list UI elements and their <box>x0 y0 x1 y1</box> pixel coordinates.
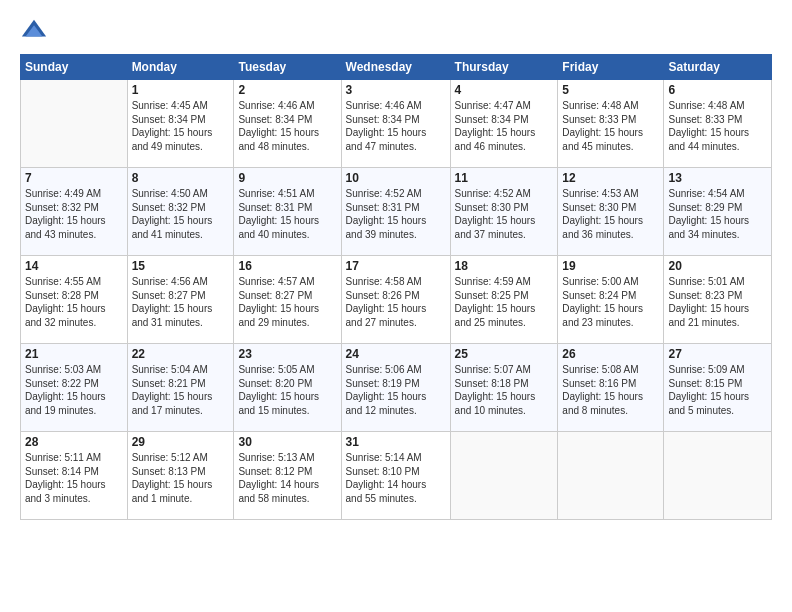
calendar-cell: 17Sunrise: 4:58 AMSunset: 8:26 PMDayligh… <box>341 256 450 344</box>
day-number: 11 <box>455 171 554 185</box>
calendar-cell: 15Sunrise: 4:56 AMSunset: 8:27 PMDayligh… <box>127 256 234 344</box>
day-info: Sunrise: 5:00 AMSunset: 8:24 PMDaylight:… <box>562 275 659 329</box>
day-number: 7 <box>25 171 123 185</box>
day-number: 22 <box>132 347 230 361</box>
calendar-cell: 7Sunrise: 4:49 AMSunset: 8:32 PMDaylight… <box>21 168 128 256</box>
day-info: Sunrise: 5:14 AMSunset: 8:10 PMDaylight:… <box>346 451 446 505</box>
page: SundayMondayTuesdayWednesdayThursdayFrid… <box>0 0 792 612</box>
day-info: Sunrise: 4:45 AMSunset: 8:34 PMDaylight:… <box>132 99 230 153</box>
calendar-cell: 16Sunrise: 4:57 AMSunset: 8:27 PMDayligh… <box>234 256 341 344</box>
day-info: Sunrise: 4:56 AMSunset: 8:27 PMDaylight:… <box>132 275 230 329</box>
day-info: Sunrise: 4:46 AMSunset: 8:34 PMDaylight:… <box>238 99 336 153</box>
day-info: Sunrise: 5:11 AMSunset: 8:14 PMDaylight:… <box>25 451 123 505</box>
calendar-cell: 5Sunrise: 4:48 AMSunset: 8:33 PMDaylight… <box>558 80 664 168</box>
calendar-cell: 26Sunrise: 5:08 AMSunset: 8:16 PMDayligh… <box>558 344 664 432</box>
day-number: 1 <box>132 83 230 97</box>
day-info: Sunrise: 5:13 AMSunset: 8:12 PMDaylight:… <box>238 451 336 505</box>
day-info: Sunrise: 5:05 AMSunset: 8:20 PMDaylight:… <box>238 363 336 417</box>
logo <box>20 16 52 44</box>
calendar-cell: 14Sunrise: 4:55 AMSunset: 8:28 PMDayligh… <box>21 256 128 344</box>
weekday-header-tuesday: Tuesday <box>234 55 341 80</box>
day-info: Sunrise: 4:51 AMSunset: 8:31 PMDaylight:… <box>238 187 336 241</box>
day-number: 29 <box>132 435 230 449</box>
day-number: 13 <box>668 171 767 185</box>
calendar-cell: 21Sunrise: 5:03 AMSunset: 8:22 PMDayligh… <box>21 344 128 432</box>
calendar-cell: 18Sunrise: 4:59 AMSunset: 8:25 PMDayligh… <box>450 256 558 344</box>
week-row-5: 28Sunrise: 5:11 AMSunset: 8:14 PMDayligh… <box>21 432 772 520</box>
day-info: Sunrise: 5:09 AMSunset: 8:15 PMDaylight:… <box>668 363 767 417</box>
day-info: Sunrise: 4:59 AMSunset: 8:25 PMDaylight:… <box>455 275 554 329</box>
day-info: Sunrise: 5:04 AMSunset: 8:21 PMDaylight:… <box>132 363 230 417</box>
day-info: Sunrise: 5:03 AMSunset: 8:22 PMDaylight:… <box>25 363 123 417</box>
day-number: 18 <box>455 259 554 273</box>
logo-icon <box>20 16 48 44</box>
day-info: Sunrise: 4:52 AMSunset: 8:31 PMDaylight:… <box>346 187 446 241</box>
day-info: Sunrise: 4:50 AMSunset: 8:32 PMDaylight:… <box>132 187 230 241</box>
day-number: 31 <box>346 435 446 449</box>
day-info: Sunrise: 5:01 AMSunset: 8:23 PMDaylight:… <box>668 275 767 329</box>
calendar-cell: 6Sunrise: 4:48 AMSunset: 8:33 PMDaylight… <box>664 80 772 168</box>
calendar-cell <box>21 80 128 168</box>
day-number: 14 <box>25 259 123 273</box>
day-number: 16 <box>238 259 336 273</box>
calendar-cell: 2Sunrise: 4:46 AMSunset: 8:34 PMDaylight… <box>234 80 341 168</box>
header <box>20 16 772 44</box>
day-info: Sunrise: 5:08 AMSunset: 8:16 PMDaylight:… <box>562 363 659 417</box>
calendar-cell: 10Sunrise: 4:52 AMSunset: 8:31 PMDayligh… <box>341 168 450 256</box>
day-number: 25 <box>455 347 554 361</box>
calendar-cell: 31Sunrise: 5:14 AMSunset: 8:10 PMDayligh… <box>341 432 450 520</box>
calendar-cell: 4Sunrise: 4:47 AMSunset: 8:34 PMDaylight… <box>450 80 558 168</box>
calendar-cell: 27Sunrise: 5:09 AMSunset: 8:15 PMDayligh… <box>664 344 772 432</box>
day-number: 17 <box>346 259 446 273</box>
day-number: 21 <box>25 347 123 361</box>
calendar-cell: 29Sunrise: 5:12 AMSunset: 8:13 PMDayligh… <box>127 432 234 520</box>
week-row-1: 1Sunrise: 4:45 AMSunset: 8:34 PMDaylight… <box>21 80 772 168</box>
day-number: 2 <box>238 83 336 97</box>
day-info: Sunrise: 4:54 AMSunset: 8:29 PMDaylight:… <box>668 187 767 241</box>
calendar-cell: 24Sunrise: 5:06 AMSunset: 8:19 PMDayligh… <box>341 344 450 432</box>
calendar-cell <box>450 432 558 520</box>
calendar-cell: 9Sunrise: 4:51 AMSunset: 8:31 PMDaylight… <box>234 168 341 256</box>
day-number: 5 <box>562 83 659 97</box>
weekday-header-wednesday: Wednesday <box>341 55 450 80</box>
calendar-cell: 11Sunrise: 4:52 AMSunset: 8:30 PMDayligh… <box>450 168 558 256</box>
day-number: 12 <box>562 171 659 185</box>
calendar-cell <box>664 432 772 520</box>
calendar-cell <box>558 432 664 520</box>
calendar-cell: 1Sunrise: 4:45 AMSunset: 8:34 PMDaylight… <box>127 80 234 168</box>
calendar-cell: 3Sunrise: 4:46 AMSunset: 8:34 PMDaylight… <box>341 80 450 168</box>
weekday-header-saturday: Saturday <box>664 55 772 80</box>
calendar-cell: 13Sunrise: 4:54 AMSunset: 8:29 PMDayligh… <box>664 168 772 256</box>
day-number: 19 <box>562 259 659 273</box>
day-number: 10 <box>346 171 446 185</box>
day-info: Sunrise: 4:47 AMSunset: 8:34 PMDaylight:… <box>455 99 554 153</box>
day-info: Sunrise: 4:55 AMSunset: 8:28 PMDaylight:… <box>25 275 123 329</box>
day-number: 26 <box>562 347 659 361</box>
day-info: Sunrise: 4:53 AMSunset: 8:30 PMDaylight:… <box>562 187 659 241</box>
day-number: 20 <box>668 259 767 273</box>
day-number: 28 <box>25 435 123 449</box>
day-info: Sunrise: 4:46 AMSunset: 8:34 PMDaylight:… <box>346 99 446 153</box>
weekday-header-row: SundayMondayTuesdayWednesdayThursdayFrid… <box>21 55 772 80</box>
day-info: Sunrise: 4:48 AMSunset: 8:33 PMDaylight:… <box>668 99 767 153</box>
day-number: 8 <box>132 171 230 185</box>
weekday-header-monday: Monday <box>127 55 234 80</box>
day-info: Sunrise: 5:06 AMSunset: 8:19 PMDaylight:… <box>346 363 446 417</box>
weekday-header-friday: Friday <box>558 55 664 80</box>
day-number: 27 <box>668 347 767 361</box>
day-info: Sunrise: 4:48 AMSunset: 8:33 PMDaylight:… <box>562 99 659 153</box>
calendar-table: SundayMondayTuesdayWednesdayThursdayFrid… <box>20 54 772 520</box>
week-row-2: 7Sunrise: 4:49 AMSunset: 8:32 PMDaylight… <box>21 168 772 256</box>
day-number: 15 <box>132 259 230 273</box>
week-row-3: 14Sunrise: 4:55 AMSunset: 8:28 PMDayligh… <box>21 256 772 344</box>
day-info: Sunrise: 4:58 AMSunset: 8:26 PMDaylight:… <box>346 275 446 329</box>
day-info: Sunrise: 5:07 AMSunset: 8:18 PMDaylight:… <box>455 363 554 417</box>
day-number: 23 <box>238 347 336 361</box>
week-row-4: 21Sunrise: 5:03 AMSunset: 8:22 PMDayligh… <box>21 344 772 432</box>
day-info: Sunrise: 4:52 AMSunset: 8:30 PMDaylight:… <box>455 187 554 241</box>
day-info: Sunrise: 4:57 AMSunset: 8:27 PMDaylight:… <box>238 275 336 329</box>
day-number: 3 <box>346 83 446 97</box>
calendar-cell: 22Sunrise: 5:04 AMSunset: 8:21 PMDayligh… <box>127 344 234 432</box>
day-info: Sunrise: 4:49 AMSunset: 8:32 PMDaylight:… <box>25 187 123 241</box>
calendar-cell: 19Sunrise: 5:00 AMSunset: 8:24 PMDayligh… <box>558 256 664 344</box>
